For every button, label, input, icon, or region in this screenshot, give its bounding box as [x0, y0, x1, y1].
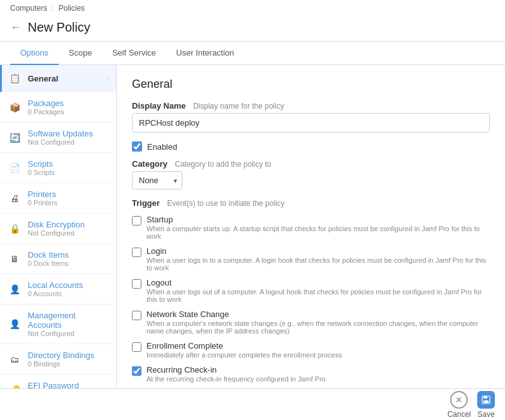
sidebar-label-disk-encryption: Disk Encryption	[28, 220, 109, 229]
display-name-input[interactable]	[132, 113, 490, 133]
printers-icon: 🖨	[8, 191, 21, 205]
display-name-hint: Display name for the policy	[193, 102, 284, 111]
cancel-button[interactable]: ✕ Cancel	[448, 391, 471, 410]
display-name-label: Display Name	[132, 101, 186, 111]
sidebar: 📋 General › 📦 Packages 0 Packages 🔄 Soft…	[0, 65, 117, 409]
trigger-network-state-change: Network State Change When a computer's n…	[132, 306, 490, 338]
sidebar-label-software-updates: Software Updates	[28, 129, 109, 138]
sidebar-label-local-accounts: Local Accounts	[28, 280, 109, 290]
sidebar-label-management-accounts: Management Accounts	[28, 311, 109, 330]
trigger-recurring-checkin: Recurring Check-in At the recurring chec…	[132, 362, 490, 386]
svg-rect-2	[484, 400, 489, 403]
sidebar-item-management-accounts[interactable]: 👤 Management Accounts Not Configured	[0, 304, 116, 344]
trigger-recurring-checkbox[interactable]	[132, 366, 141, 376]
section-title-general: General	[132, 78, 490, 91]
trigger-section: Trigger Event(s) to use to initiate the …	[132, 198, 490, 409]
trigger-enrollment-complete: Enrollment Complete Immediately after a …	[132, 338, 490, 362]
trigger-login-checkbox[interactable]	[132, 248, 141, 257]
software-updates-icon: 🔄	[8, 131, 21, 145]
sidebar-label-directory-bindings: Directory Bindings	[28, 351, 109, 360]
general-icon: 📋	[8, 71, 21, 85]
trigger-login-name: Login	[146, 246, 490, 256]
save-icon	[477, 391, 495, 409]
bottom-bar: ✕ Cancel Save	[0, 388, 505, 409]
sidebar-item-software-updates[interactable]: 🔄 Software Updates Not Configured	[0, 123, 116, 153]
sidebar-item-printers[interactable]: 🖨 Printers 0 Printers	[0, 183, 116, 213]
sidebar-sublabel-directory-bindings: 0 Bindings	[28, 360, 109, 368]
tab-options[interactable]: Options	[10, 42, 59, 65]
sidebar-item-dock-items[interactable]: 🖥 Dock Items 0 Dock Items	[0, 244, 116, 274]
sidebar-sublabel-packages: 0 Packages	[28, 108, 109, 116]
trigger-logout-name: Logout	[146, 278, 490, 287]
sidebar-item-packages[interactable]: 📦 Packages 0 Packages	[0, 92, 116, 123]
sidebar-label-general: General	[28, 74, 100, 83]
tab-scope[interactable]: Scope	[59, 42, 102, 65]
trigger-logout-desc: When a user logs out of a computer. A lo…	[146, 288, 490, 303]
sidebar-item-directory-bindings[interactable]: 🗂 Directory Bindings 0 Bindings	[0, 344, 116, 375]
sidebar-sublabel-disk-encryption: Not Configured	[28, 229, 109, 237]
main-layout: 📋 General › 📦 Packages 0 Packages 🔄 Soft…	[0, 65, 505, 409]
sidebar-sublabel-printers: 0 Printers	[28, 199, 109, 207]
local-accounts-icon: 👤	[8, 282, 21, 296]
category-hint: Category to add the policy to	[175, 160, 271, 169]
sidebar-sublabel-local-accounts: 0 Accounts	[28, 290, 109, 297]
category-label: Category	[132, 159, 167, 169]
svg-rect-1	[484, 396, 487, 399]
sidebar-label-scripts: Scripts	[28, 159, 109, 169]
category-select[interactable]: None	[132, 171, 182, 189]
trigger-startup: Startup When a computer starts up. A sta…	[132, 212, 490, 243]
breadcrumb-computers[interactable]: Computers	[10, 4, 47, 13]
sidebar-item-disk-encryption[interactable]: 🔒 Disk Encryption Not Configured	[0, 213, 116, 244]
trigger-enrollment-name: Enrollment Complete	[146, 341, 342, 351]
trigger-logout: Logout When a user logs out of a compute…	[132, 275, 490, 306]
trigger-startup-name: Startup	[146, 215, 490, 224]
category-group: Category Category to add the policy to N…	[132, 159, 490, 189]
content-area: General Display Name Display name for th…	[117, 65, 505, 409]
sidebar-item-local-accounts[interactable]: 👤 Local Accounts 0 Accounts	[0, 274, 116, 304]
page-title: New Policy	[28, 20, 90, 35]
management-accounts-icon: 👤	[8, 317, 21, 331]
sidebar-sublabel-scripts: 0 Scripts	[28, 169, 109, 176]
sidebar-sublabel-dock-items: 0 Dock Items	[28, 260, 109, 267]
sidebar-label-packages: Packages	[28, 99, 109, 108]
chevron-right-icon: ›	[106, 74, 109, 83]
sidebar-item-general[interactable]: 📋 General ›	[0, 65, 116, 92]
back-button[interactable]: ←	[10, 21, 21, 34]
save-button[interactable]: Save	[477, 391, 495, 410]
enabled-checkbox[interactable]	[132, 141, 142, 152]
page-header: ← New Policy	[10, 15, 495, 41]
trigger-network-checkbox[interactable]	[132, 311, 141, 320]
trigger-enrollment-checkbox[interactable]	[132, 342, 141, 352]
trigger-hint: Event(s) to use to initiate the policy	[167, 199, 285, 208]
category-select-wrapper: None	[132, 171, 182, 189]
sidebar-label-dock-items: Dock Items	[28, 250, 109, 260]
trigger-enrollment-desc: Immediately after a computer completes t…	[146, 351, 342, 359]
trigger-recurring-desc: At the recurring check-in frequency conf…	[146, 375, 326, 383]
trigger-label: Trigger	[132, 198, 160, 208]
sidebar-label-printers: Printers	[28, 189, 109, 199]
scripts-icon: 📄	[8, 161, 21, 175]
top-bar: Computers : Policies ← New Policy	[0, 0, 505, 42]
trigger-login: Login When a user logs in to a computer.…	[132, 243, 490, 275]
packages-icon: 📦	[8, 100, 21, 114]
breadcrumb: Computers : Policies	[10, 0, 495, 15]
tab-self-service[interactable]: Self Service	[102, 42, 166, 65]
trigger-network-name: Network State Change	[146, 309, 490, 319]
trigger-network-desc: When a computer's network state changes …	[146, 320, 490, 335]
display-name-group: Display Name Display name for the policy	[132, 101, 490, 133]
directory-bindings-icon: 🗂	[8, 352, 21, 366]
cancel-icon: ✕	[450, 391, 468, 409]
sidebar-item-scripts[interactable]: 📄 Scripts 0 Scripts	[0, 153, 116, 183]
disk-encryption-icon: 🔒	[8, 222, 21, 236]
enabled-label: Enabled	[147, 142, 177, 152]
tab-user-interaction[interactable]: User Interaction	[166, 42, 244, 65]
enabled-row: Enabled	[132, 141, 490, 152]
trigger-startup-checkbox[interactable]	[132, 216, 141, 225]
trigger-logout-checkbox[interactable]	[132, 279, 141, 289]
trigger-recurring-name: Recurring Check-in	[146, 365, 326, 375]
breadcrumb-policies[interactable]: Policies	[59, 4, 85, 13]
sidebar-sublabel-management-accounts: Not Configured	[28, 330, 109, 337]
sidebar-sublabel-software-updates: Not Configured	[28, 138, 109, 146]
trigger-startup-desc: When a computer starts up. A startup scr…	[146, 225, 490, 240]
tabs-bar: Options Scope Self Service User Interact…	[0, 42, 505, 65]
